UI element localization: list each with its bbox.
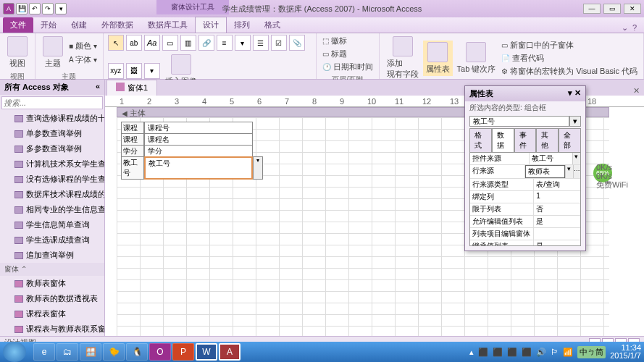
combo-tool[interactable]: ▾ bbox=[235, 35, 251, 51]
nav-query-item[interactable]: 追加查询举例 bbox=[0, 248, 104, 263]
tray-flag-icon[interactable]: 🏳 bbox=[551, 348, 559, 356]
prop-dropdown-icon[interactable]: ▾ bbox=[572, 153, 580, 164]
propsheet-close-icon[interactable]: ✕ bbox=[574, 88, 581, 97]
tray-network-icon[interactable]: 📶 bbox=[563, 348, 573, 357]
nav-form-item[interactable]: 教师表的数据透视表 bbox=[0, 291, 104, 306]
search-input[interactable] bbox=[1, 96, 103, 109]
label-tool[interactable]: Aa bbox=[144, 35, 160, 51]
form-field-row[interactable]: 教工号教工号▾ bbox=[121, 156, 263, 180]
minimize-button[interactable]: — bbox=[583, 4, 601, 14]
tab-home[interactable]: 开始 bbox=[33, 17, 64, 33]
task-access[interactable]: A bbox=[219, 343, 241, 361]
doc-close-icon[interactable]: ✕ bbox=[633, 86, 640, 96]
more-tools[interactable]: ▾ bbox=[144, 63, 160, 79]
nav-form-item[interactable]: 教师表窗体 bbox=[0, 276, 104, 291]
tray-expand-icon[interactable]: ▴ bbox=[469, 348, 474, 357]
view-code-button[interactable]: 📄 查看代码 bbox=[500, 52, 639, 64]
propsheet-selector[interactable]: ▾ bbox=[469, 116, 581, 127]
undo-icon[interactable]: ↶ bbox=[29, 3, 41, 14]
tab-create[interactable]: 创建 bbox=[64, 17, 94, 33]
qat-dropdown-icon[interactable]: ▾ bbox=[55, 3, 67, 14]
add-field-button[interactable]: 添加 现有字段 bbox=[384, 35, 422, 81]
field-label[interactable]: 教工号 bbox=[121, 156, 144, 180]
proptab-全部[interactable]: 全部 bbox=[559, 128, 581, 152]
save-icon[interactable]: 💾 bbox=[16, 3, 28, 14]
field-control[interactable]: 教工号 bbox=[144, 156, 253, 180]
tab-external[interactable]: 外部数据 bbox=[94, 17, 141, 33]
nav-query-item[interactable]: 单参数查询举例 bbox=[0, 126, 104, 141]
tab-format[interactable]: 格式 bbox=[257, 17, 288, 33]
app-icon[interactable]: A bbox=[3, 3, 14, 14]
propsheet-pin-icon[interactable]: ▾ bbox=[568, 88, 572, 97]
doc-tab-form1[interactable]: 窗体1 bbox=[106, 80, 157, 96]
attach-tool[interactable]: 📎 bbox=[289, 35, 305, 51]
titlebar-button[interactable]: ▭ 标题 bbox=[321, 48, 375, 60]
theme-button[interactable]: 主题 bbox=[40, 35, 66, 70]
checkbox-tool[interactable]: ☑ bbox=[271, 35, 287, 51]
nav-query-item[interactable]: 多参数查询举例 bbox=[0, 141, 104, 156]
nav-group-forms[interactable]: 窗体 ⌃ bbox=[0, 263, 104, 276]
textbox-tool[interactable]: ab bbox=[126, 35, 142, 51]
task-powerpoint[interactable]: P bbox=[172, 343, 194, 361]
tray-icon-3[interactable]: ⬛ bbox=[507, 348, 517, 357]
task-explorer[interactable]: 🗂 bbox=[57, 343, 78, 361]
nav-query-item[interactable]: 学生信息简单查询 bbox=[0, 217, 104, 232]
logo-button[interactable]: ⬚ 徽标 bbox=[321, 35, 375, 47]
prop-dropdown-icon[interactable]: ▾ bbox=[565, 165, 572, 178]
proptab-事件[interactable]: 事件 bbox=[514, 128, 537, 152]
tab-dbtools[interactable]: 数据库工具 bbox=[141, 17, 195, 33]
property-value[interactable]: 表/查询 bbox=[534, 179, 580, 190]
property-value[interactable]: 教师表 bbox=[525, 165, 565, 178]
ime-indicator[interactable]: 中ㄅ简 bbox=[577, 346, 606, 358]
nav-query-item[interactable]: 没有选修课程的学生查询 bbox=[0, 172, 104, 187]
taborder-button[interactable]: Tab 键次序 bbox=[454, 41, 499, 76]
subform-tool[interactable]: xyz bbox=[108, 63, 124, 79]
image-tool[interactable]: 🖼 bbox=[126, 63, 142, 79]
nav-collapse-icon[interactable]: « bbox=[96, 82, 100, 93]
start-button[interactable] bbox=[3, 342, 26, 362]
colors-button[interactable]: ■ 颜色 ▾ bbox=[67, 40, 99, 52]
prop-builder-icon[interactable]: … bbox=[573, 165, 580, 178]
task-word[interactable]: W bbox=[196, 343, 217, 361]
proptab-其他[interactable]: 其他 bbox=[536, 128, 559, 152]
subform-newwin-button[interactable]: ▭ 新窗口中的子窗体 bbox=[500, 39, 639, 51]
select-tool[interactable]: ↖ bbox=[108, 35, 124, 51]
nav-form-item[interactable]: 课程表与教师表联系窗体 bbox=[0, 321, 104, 337]
fonts-button[interactable]: A 字体 ▾ bbox=[67, 54, 99, 66]
tray-icon-4[interactable]: ⬛ bbox=[522, 348, 532, 357]
clock[interactable]: 11:342015/1/7 bbox=[610, 344, 641, 360]
tab-design[interactable]: 设计 bbox=[195, 17, 227, 33]
property-value[interactable]: 否 bbox=[534, 203, 580, 215]
convert-macro-button[interactable]: ⚙ 将窗体的宏转换为 Visual Basic 代码 bbox=[500, 65, 639, 77]
selector-dropdown-icon[interactable]: ▾ bbox=[569, 116, 581, 127]
propsheet-header[interactable]: 属性表▾ ✕ bbox=[465, 86, 585, 101]
nav-header[interactable]: 所有 Access 对象« bbox=[0, 80, 104, 95]
nav-query-item[interactable]: 计算机技术系女学生查询 bbox=[0, 156, 104, 172]
proptab-格式[interactable]: 格式 bbox=[469, 128, 492, 152]
view-button[interactable]: 视图 bbox=[4, 35, 30, 70]
tray-volume-icon[interactable]: 🔊 bbox=[536, 348, 546, 357]
nav-query-item[interactable]: 学生选课成绩查询 bbox=[0, 232, 104, 248]
list-tool[interactable]: ☰ bbox=[253, 35, 269, 51]
combo-dropdown-icon[interactable]: ▾ bbox=[253, 156, 263, 180]
restore-button[interactable]: ▭ bbox=[603, 4, 621, 14]
nav-form-item[interactable]: 课程表窗体 bbox=[0, 306, 104, 321]
close-button[interactable]: ✕ bbox=[624, 4, 641, 14]
speed-widget[interactable]: 65% 0K/s0K/s免费WiFi bbox=[593, 164, 628, 185]
tray-icon-2[interactable]: ⬛ bbox=[493, 348, 503, 357]
nav-query-item[interactable]: 查询选修课程成绩的十均值 bbox=[0, 111, 104, 126]
collapse-ribbon-icon[interactable]: ⌄ bbox=[622, 23, 628, 33]
tab-arrange[interactable]: 排列 bbox=[227, 17, 257, 33]
nav-query-item[interactable]: 相同专业的学生信息查询 bbox=[0, 202, 104, 217]
proptab-数据[interactable]: 数据 bbox=[492, 128, 514, 152]
task-ie[interactable]: e bbox=[33, 343, 55, 361]
task-qq[interactable]: 🐧 bbox=[126, 343, 148, 361]
tab-file[interactable]: 文件 bbox=[3, 17, 33, 33]
help-icon[interactable]: ? bbox=[632, 23, 637, 33]
task-onenote[interactable]: O bbox=[149, 343, 171, 361]
link-tool[interactable]: 🔗 bbox=[198, 35, 214, 51]
redo-icon[interactable]: ↷ bbox=[42, 3, 54, 14]
tray-icon-1[interactable]: ⬛ bbox=[478, 348, 488, 357]
property-value[interactable]: 教工号 bbox=[530, 153, 572, 164]
property-value[interactable]: 1 bbox=[534, 191, 580, 203]
